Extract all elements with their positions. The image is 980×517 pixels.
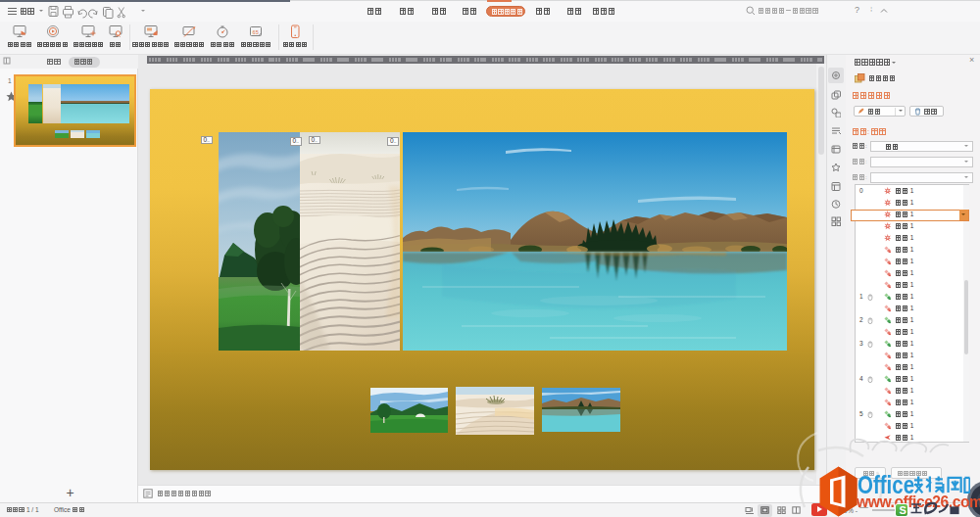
svg-text:65: 65 [253,28,259,34]
